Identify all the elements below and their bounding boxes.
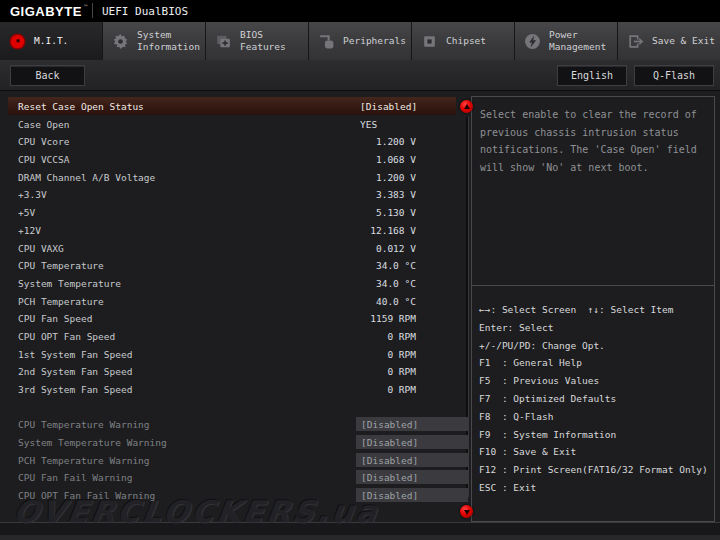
setting-value: 1.068 V (248, 154, 416, 165)
settings-row[interactable]: DRAM Channel A/B Voltage1.200 V (8, 168, 456, 186)
key-hint: +/-/PU/PD: Change Opt. (479, 337, 707, 355)
settings-row[interactable]: Reset Case Open Status[Disabled] (8, 97, 456, 115)
setting-label: Case Open (18, 119, 69, 130)
setting-label: +3.3V (18, 189, 47, 200)
setting-label: DRAM Channel A/B Voltage (18, 172, 155, 183)
lightning-icon (524, 33, 541, 50)
tab-label: M.I.T. (34, 35, 68, 47)
language-button[interactable]: English (557, 65, 627, 86)
settings-row[interactable]: +5V5.130 V (8, 203, 456, 221)
key-hint: F8 : Q-Flash (479, 408, 707, 426)
setting-label: CPU OPT Fan Speed (18, 331, 115, 342)
setting-label: CPU Temperature (18, 260, 104, 271)
tab-peripherals[interactable]: Peripherals (309, 22, 412, 60)
settings-row[interactable]: CPU Vcore1.200 V (8, 132, 456, 150)
key-hint: ESC : Exit (479, 479, 707, 497)
key-hint: F7 : Optimized Defaults (479, 390, 707, 408)
setting-label: CPU VCCSA (18, 154, 69, 165)
key-hint: F10 : Save & Exit (479, 443, 707, 461)
key-hint: F12 : Print Screen(FAT16/32 Format Only) (479, 461, 707, 479)
gear-icon (112, 33, 129, 50)
setting-label: 1st System Fan Speed (18, 349, 132, 360)
settings-row[interactable]: CPU OPT Fan Speed0 RPM (8, 327, 456, 345)
chip-plus-icon (215, 33, 232, 50)
tab-power-management[interactable]: Power Management (515, 22, 618, 60)
tab-label: Save & Exit (652, 35, 715, 47)
setting-label: PCH Temperature Warning (18, 455, 150, 466)
tab-label: System Information (137, 29, 200, 53)
setting-value: 3.383 V (248, 189, 416, 200)
setting-label: CPU Fan Speed (18, 313, 92, 324)
scroll-down-indicator[interactable] (460, 505, 473, 518)
toolbar: Back English Q-Flash (0, 60, 720, 91)
tab-label: Chipset (446, 35, 486, 47)
setting-value: 1.200 V (248, 136, 416, 147)
tab-system-information[interactable]: System Information (103, 22, 206, 60)
setting-value: 0.012 V (248, 243, 416, 254)
settings-list: Reset Case Open Status[Disabled]Case Ope… (8, 97, 456, 504)
back-button[interactable]: Back (10, 65, 85, 86)
qflash-button[interactable]: Q-Flash (634, 65, 714, 86)
settings-row[interactable]: +12V12.168 V (8, 221, 456, 239)
title-bar: GIGABYTE ™ UEFI DualBIOS (0, 0, 720, 22)
setting-label: CPU Fan Fail Warning (18, 472, 132, 483)
settings-row[interactable]: 3rd System Fan Speed0 RPM (8, 380, 456, 398)
key-hint: ←→: Select Screen ↑↓: Select Item (479, 301, 707, 319)
settings-row: CPU OPT Fan Fail Warning[Disabled] (8, 486, 456, 504)
setting-value: [Disabled] (356, 453, 468, 467)
tab-bios-features[interactable]: BIOS Features (206, 22, 309, 60)
firmware-title: UEFI DualBIOS (102, 5, 188, 18)
tab-chipset[interactable]: Chipset (412, 22, 515, 60)
bios-screen: GIGABYTE ™ UEFI DualBIOS M.I.T.System In… (0, 0, 720, 540)
exit-icon (627, 33, 644, 50)
setting-label: +5V (18, 207, 35, 218)
setting-value: 34.0 °C (248, 278, 416, 289)
setting-value: [Disabled] (356, 417, 468, 431)
settings-row[interactable]: +3.3V3.383 V (8, 185, 456, 203)
key-hint: Enter: Select (479, 319, 707, 337)
setting-value: 40.0 °C (248, 296, 416, 307)
divider (92, 3, 93, 18)
scroll-up-indicator[interactable] (460, 100, 473, 113)
trademark-mark: ™ (84, 3, 88, 10)
setting-value: 0 RPM (248, 331, 416, 342)
settings-row[interactable]: CPU VCCSA1.068 V (8, 150, 456, 168)
setting-value: [Disabled] (356, 488, 468, 502)
setting-label: CPU Vcore (18, 136, 69, 147)
setting-value: 1.200 V (248, 172, 416, 183)
settings-row: System Temperature Warning[Disabled] (8, 433, 456, 451)
settings-row: PCH Temperature Warning[Disabled] (8, 451, 456, 469)
setting-value: 12.168 V (248, 225, 416, 236)
setting-label: 2nd System Fan Speed (18, 366, 132, 377)
dial-icon (9, 33, 26, 50)
settings-row[interactable]: 2nd System Fan Speed0 RPM (8, 362, 456, 380)
settings-row[interactable]: PCH Temperature40.0 °C (8, 292, 456, 310)
settings-row[interactable]: CPU Fan Speed1159 RPM (8, 309, 456, 327)
mouse-icon (318, 33, 335, 50)
setting-value: 34.0 °C (248, 260, 416, 271)
help-text: Select enable to clear the record of pre… (480, 109, 697, 173)
settings-row: CPU Temperature Warning[Disabled] (8, 415, 456, 433)
settings-row[interactable]: 1st System Fan Speed0 RPM (8, 345, 456, 363)
setting-label: CPU Temperature Warning (18, 419, 150, 430)
key-hint: F1 : General Help (479, 354, 707, 372)
tab-mit[interactable]: M.I.T. (0, 22, 103, 60)
settings-row[interactable]: System Temperature34.0 °C (8, 274, 456, 292)
setting-label: CPU OPT Fan Fail Warning (18, 490, 155, 501)
setting-label: 3rd System Fan Speed (18, 384, 132, 395)
gigabyte-logo: GIGABYTE (10, 4, 82, 19)
tab-save-exit[interactable]: Save & Exit (618, 22, 720, 60)
settings-row: CPU Fan Fail Warning[Disabled] (8, 468, 456, 486)
keys-panel: ←→: Select Screen ↑↓: Select ItemEnter: … (471, 285, 715, 522)
chipset-icon (421, 33, 438, 50)
settings-row[interactable]: CPU VAXG0.012 V (8, 239, 456, 257)
setting-label: CPU VAXG (18, 243, 64, 254)
setting-label: Reset Case Open Status (18, 101, 144, 112)
tab-label: Power Management (549, 29, 606, 53)
help-panel: Select enable to clear the record of pre… (471, 96, 715, 286)
settings-row[interactable]: CPU Temperature34.0 °C (8, 256, 456, 274)
setting-value: [Disabled] (356, 435, 468, 449)
settings-row[interactable]: Case OpenYES (8, 115, 456, 133)
setting-label: PCH Temperature (18, 296, 104, 307)
triangle-down-icon (464, 510, 470, 515)
